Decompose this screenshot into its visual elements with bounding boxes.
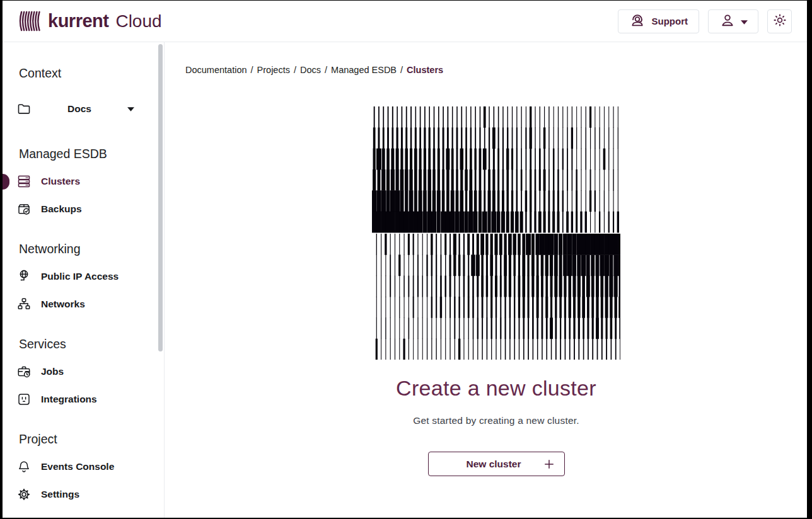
support-agent-icon [629,12,646,30]
breadcrumb-separator: / [294,65,296,75]
header-actions: Support [618,9,792,33]
context-selector[interactable]: Docs [3,98,164,120]
clusters-icon [16,174,32,189]
integrations-outlet-icon [16,392,32,407]
section-title-networking: Networking [19,241,164,257]
breadcrumb-item-documentation[interactable]: Documentation [185,65,247,75]
context-selector-label: Docs [32,103,127,115]
caret-down-icon [127,107,134,111]
support-label: Support [652,16,688,26]
caret-down-icon [741,16,748,26]
user-menu-button[interactable] [708,9,758,33]
bell-icon [16,459,32,474]
top-header: kurrent Cloud Support [3,1,807,42]
sidebar-item-clusters[interactable]: Clusters [3,171,164,192]
sun-icon [772,13,787,30]
sidebar-item-networks[interactable]: Networks [3,294,164,315]
networks-icon [16,297,32,312]
new-cluster-button-label: New cluster [445,459,543,470]
breadcrumb: Documentation / Projects / Docs / Manage… [185,65,807,75]
plus-icon [543,458,555,471]
sidebar-item-settings[interactable]: Settings [3,484,164,505]
sidebar-item-label: Jobs [41,366,64,377]
section-title-services: Services [19,336,164,352]
sidebar-scrollbar[interactable] [158,44,163,351]
main-content: Documentation / Projects / Docs / Manage… [165,42,807,518]
backups-icon [16,202,32,217]
theme-toggle-button[interactable] [767,9,792,33]
sidebar-item-label: Networks [41,299,85,310]
sidebar-item-label: Settings [41,489,79,500]
breadcrumb-item-managed-esdb[interactable]: Managed ESDB [331,65,397,75]
empty-state-illustration [372,106,620,360]
public-ip-globe-icon [16,269,32,284]
brand-suffix: Cloud [115,11,161,31]
gear-icon [16,487,32,502]
section-title-project: Project [19,431,164,447]
breadcrumb-separator: / [400,65,403,75]
sidebar-item-integrations[interactable]: Integrations [3,389,164,410]
sidebar-item-jobs[interactable]: Jobs [3,361,164,382]
sidebar-item-events-console[interactable]: Events Console [3,456,164,477]
section-title-managed-esdb: Managed ESDB [19,145,164,162]
clusters-empty-state: Create a new cluster Get started by crea… [185,75,807,476]
breadcrumb-current: Clusters [407,65,443,75]
page-title: Create a new cluster [396,376,596,401]
brand-logo[interactable]: kurrent Cloud [18,9,162,33]
breadcrumb-item-projects[interactable]: Projects [257,65,290,75]
folder-icon [16,101,32,117]
kurrent-logo-mark-icon [18,9,42,33]
sidebar-item-label: Events Console [41,461,114,472]
breadcrumb-separator: / [325,65,327,75]
empty-state-subtitle: Get started by creating a new cluster. [413,415,579,426]
breadcrumb-separator: / [251,65,253,75]
section-title-context: Context [19,65,164,81]
sidebar-item-backups[interactable]: Backups [3,198,164,220]
jobs-briefcase-icon [16,364,32,379]
sidebar-item-label: Clusters [41,176,80,187]
brand-name: kurrent [48,11,108,31]
sidebar-item-label: Integrations [41,394,97,405]
app-window: kurrent Cloud Support Context [3,1,807,518]
sidebar: Context Docs Managed ESDB Clusters Backu… [3,42,165,518]
sidebar-item-public-ip-access[interactable]: Public IP Access [3,266,164,287]
breadcrumb-item-docs[interactable]: Docs [300,65,321,75]
sidebar-item-label: Public IP Access [41,271,119,282]
person-icon [719,12,736,30]
new-cluster-button[interactable]: New cluster [428,452,565,476]
support-button[interactable]: Support [618,9,700,33]
sidebar-item-label: Backups [41,203,82,215]
